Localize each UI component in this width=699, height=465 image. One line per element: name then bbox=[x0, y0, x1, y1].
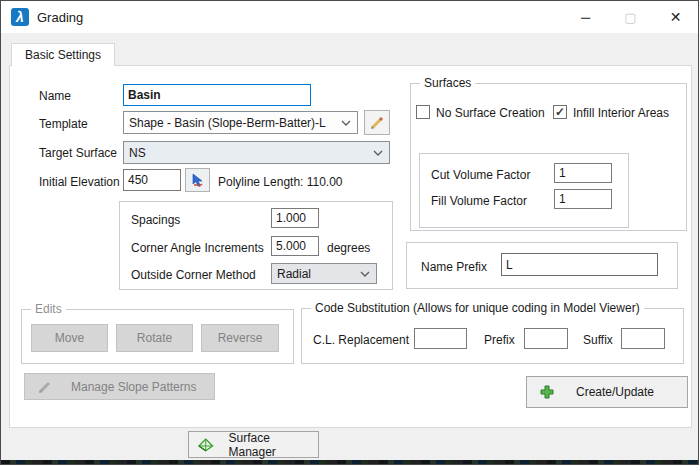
name-prefix-input[interactable] bbox=[501, 253, 658, 276]
cl-replacement-input[interactable] bbox=[414, 328, 467, 349]
template-dropdown[interactable]: Shape - Basin (Slope-Berm-Batter)-L bbox=[123, 111, 358, 134]
target-surface-label: Target Surface bbox=[39, 146, 117, 160]
plus-icon bbox=[540, 385, 554, 399]
surface-manager-label: Surface Manager bbox=[229, 431, 319, 459]
pencil-icon bbox=[369, 115, 385, 131]
minimize-button[interactable]: ─ bbox=[563, 1, 608, 33]
app-logo-icon: λ bbox=[11, 8, 29, 26]
target-surface-value: NS bbox=[129, 146, 146, 160]
fill-volume-factor-input[interactable] bbox=[554, 189, 612, 209]
suffix-input[interactable] bbox=[621, 328, 665, 349]
tab-basic-settings[interactable]: Basic Settings bbox=[11, 43, 115, 66]
initial-elevation-label: Initial Elevation bbox=[39, 175, 120, 189]
dialog-footer bbox=[1, 428, 698, 462]
infill-interior-areas-checkbox[interactable]: ✓ bbox=[553, 105, 567, 119]
tab-basic-settings-label: Basic Settings bbox=[25, 48, 101, 62]
cl-replacement-label: C.L. Replacement bbox=[313, 333, 409, 347]
prefix-input[interactable] bbox=[524, 328, 568, 349]
name-label: Name bbox=[39, 89, 71, 103]
rotate-button[interactable]: Rotate bbox=[116, 324, 193, 352]
window-controls: ─ ▢ ✕ bbox=[563, 1, 698, 33]
titlebar: λ Grading ─ ▢ ✕ bbox=[1, 1, 698, 33]
template-value: Shape - Basin (Slope-Berm-Batter)-L bbox=[129, 116, 326, 130]
create-update-button[interactable]: Create/Update bbox=[526, 376, 688, 408]
edits-group-title: Edits bbox=[31, 302, 66, 316]
manage-slope-patterns-button[interactable]: Manage Slope Patterns bbox=[24, 373, 215, 400]
template-label: Template bbox=[39, 117, 88, 131]
edit-template-button[interactable] bbox=[364, 110, 390, 135]
surface-manager-button[interactable]: Surface Manager bbox=[188, 431, 319, 458]
suffix-label: Suffix bbox=[583, 333, 613, 347]
outside-corner-method-dropdown[interactable]: Radial bbox=[271, 263, 377, 284]
close-button[interactable]: ✕ bbox=[653, 1, 698, 33]
pencil-icon bbox=[37, 379, 53, 395]
spacings-label: Spacings bbox=[131, 213, 180, 227]
create-update-label: Create/Update bbox=[576, 385, 654, 399]
infill-interior-areas-label: Infill Interior Areas bbox=[573, 106, 669, 120]
polyline-length-text: Polyline Length: 110.00 bbox=[218, 175, 343, 189]
initial-elevation-input[interactable] bbox=[123, 169, 181, 191]
reverse-button[interactable]: Reverse bbox=[201, 324, 279, 352]
no-surface-creation-checkbox[interactable] bbox=[416, 105, 430, 119]
cut-volume-factor-input[interactable] bbox=[554, 163, 612, 183]
prefix-label: Prefix bbox=[484, 333, 515, 347]
outside-corner-method-value: Radial bbox=[277, 267, 311, 281]
no-surface-creation-label: No Surface Creation bbox=[436, 106, 545, 120]
surfaces-group-title: Surfaces bbox=[420, 76, 475, 90]
cut-volume-factor-label: Cut Volume Factor bbox=[431, 168, 530, 182]
name-input[interactable] bbox=[123, 84, 311, 106]
target-surface-dropdown[interactable]: NS bbox=[123, 141, 390, 164]
pick-point-cursor-icon bbox=[190, 173, 205, 188]
name-prefix-label: Name Prefix bbox=[421, 260, 487, 274]
corner-angle-increments-label: Corner Angle Increments bbox=[131, 241, 264, 255]
manage-slope-patterns-label: Manage Slope Patterns bbox=[71, 380, 196, 394]
background-strip bbox=[1, 460, 698, 464]
checkmark-icon: ✓ bbox=[555, 106, 565, 118]
move-button[interactable]: Move bbox=[31, 324, 108, 352]
pick-elevation-button[interactable] bbox=[185, 168, 210, 192]
surface-icon bbox=[197, 437, 215, 453]
corner-angle-increments-input[interactable] bbox=[271, 236, 319, 256]
chevron-down-icon bbox=[360, 271, 370, 277]
window-title: Grading bbox=[37, 10, 83, 25]
degrees-unit-label: degrees bbox=[327, 241, 370, 255]
grading-dialog: λ Grading ─ ▢ ✕ Basic Settings Name Temp… bbox=[0, 0, 699, 465]
spacings-input[interactable] bbox=[271, 208, 319, 228]
code-substitution-group-title: Code Substitution (Allows for unique cod… bbox=[311, 301, 644, 315]
chevron-down-icon bbox=[341, 120, 351, 126]
chevron-down-icon bbox=[373, 150, 383, 156]
maximize-button[interactable]: ▢ bbox=[608, 1, 653, 33]
fill-volume-factor-label: Fill Volume Factor bbox=[431, 194, 527, 208]
outside-corner-method-label: Outside Corner Method bbox=[131, 268, 256, 282]
